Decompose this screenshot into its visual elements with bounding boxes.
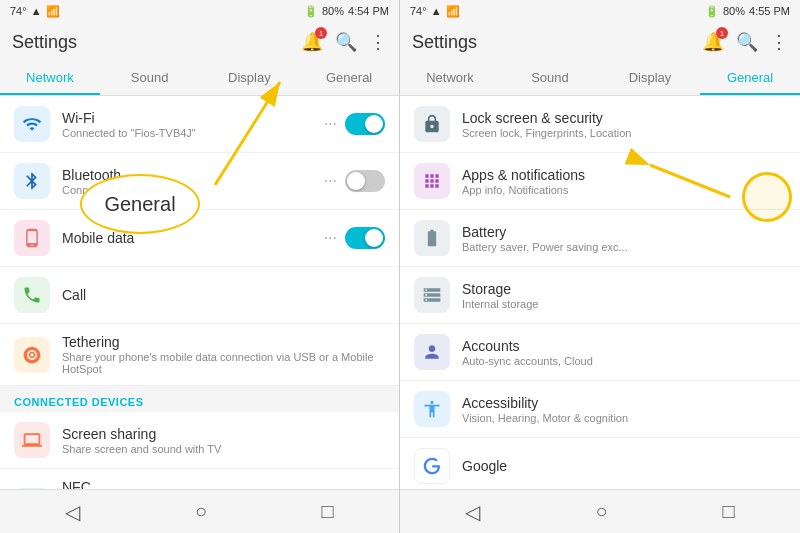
time-left: 4:54 PM (348, 5, 389, 17)
notification-badge-left: 1 (315, 27, 327, 39)
content-right: Lock screen & security Screen lock, Fing… (400, 96, 800, 489)
lock-text: Lock screen & security Screen lock, Fing… (462, 110, 786, 139)
list-item[interactable]: NFC Allow sending and receiving data, su… (0, 469, 399, 489)
list-item[interactable]: Lock screen & security Screen lock, Fing… (400, 96, 800, 153)
list-item[interactable]: Accounts Auto-sync accounts, Cloud (400, 324, 800, 381)
wifi-dots[interactable]: ··· (324, 115, 337, 133)
more-icon-right[interactable]: ⋮ (770, 31, 788, 53)
section-header-connected: CONNECTED DEVICES (0, 386, 399, 412)
accounts-icon (414, 334, 450, 370)
call-title: Call (62, 287, 385, 303)
app-bar-right: Settings 🔔 1 🔍 ⋮ (400, 22, 800, 62)
accessibility-icon (414, 391, 450, 427)
list-item[interactable]: Wi-Fi Connected to "Fios-TVB4J" ··· (0, 96, 399, 153)
home-button-left[interactable]: ○ (195, 500, 207, 523)
battery-icon-left: 🔋 (304, 5, 318, 18)
more-icon-left[interactable]: ⋮ (369, 31, 387, 53)
list-item[interactable]: Call (0, 267, 399, 324)
apps-text: Apps & notifications App info, Notificat… (462, 167, 786, 196)
accessibility-subtitle: Vision, Hearing, Motor & cognition (462, 412, 786, 424)
notification-badge-right: 1 (716, 27, 728, 39)
wifi-subtitle: Connected to "Fios-TVB4J" (62, 127, 312, 139)
accounts-title: Accounts (462, 338, 786, 354)
wifi-title: Wi-Fi (62, 110, 312, 126)
nav-bar-right: ◁ ○ □ (400, 489, 800, 533)
bluetooth-toggle[interactable] (345, 170, 385, 192)
tab-general-left[interactable]: General (299, 62, 399, 95)
screen-sharing-text: Screen sharing Share screen and sound wi… (62, 426, 385, 455)
bluetooth-title: Bluetooth (62, 167, 312, 183)
search-icon-right[interactable]: 🔍 (736, 31, 758, 53)
recent-button-right[interactable]: □ (722, 500, 734, 523)
storage-subtitle: Internal storage (462, 298, 786, 310)
google-icon (414, 448, 450, 484)
nav-bar-left: ◁ ○ □ (0, 489, 399, 533)
temp-left: 74° (10, 5, 27, 17)
tab-display-left[interactable]: Display (200, 62, 300, 95)
tab-network-left[interactable]: Network (0, 62, 100, 95)
recent-button-left[interactable]: □ (322, 500, 334, 523)
tethering-subtitle: Share your phone's mobile data connectio… (62, 351, 385, 375)
list-item[interactable]: Battery Battery saver, Power saving exc.… (400, 210, 800, 267)
battery-right: 80% (723, 5, 745, 17)
tab-sound-right[interactable]: Sound (500, 62, 600, 95)
list-item[interactable]: Apps & notifications App info, Notificat… (400, 153, 800, 210)
apps-title: Apps & notifications (462, 167, 786, 183)
wifi-icon-right: 📶 (446, 5, 460, 18)
lock-subtitle: Screen lock, Fingerprints, Location (462, 127, 786, 139)
lock-title: Lock screen & security (462, 110, 786, 126)
mobile-text: Mobile data (62, 230, 312, 246)
mobile-toggle[interactable] (345, 227, 385, 249)
wifi-status-icon: 📶 (46, 5, 60, 18)
list-item[interactable]: Mobile data ··· (0, 210, 399, 267)
app-title-right: Settings (412, 32, 477, 53)
wifi-icon (14, 106, 50, 142)
bluetooth-icon (14, 163, 50, 199)
notification-icon-left[interactable]: 🔔 1 (301, 31, 323, 53)
wifi-toggle[interactable] (345, 113, 385, 135)
back-button-left[interactable]: ◁ (65, 500, 80, 524)
battery-icon-right: 🔋 (705, 5, 719, 18)
status-bar-left: 74° ▲ 📶 🔋 80% 4:54 PM (0, 0, 399, 22)
search-icon-left[interactable]: 🔍 (335, 31, 357, 53)
tab-network-right[interactable]: Network (400, 62, 500, 95)
tabs-right: Network Sound Display General (400, 62, 800, 96)
lock-icon (414, 106, 450, 142)
storage-icon (414, 277, 450, 313)
tab-display-right[interactable]: Display (600, 62, 700, 95)
back-button-right[interactable]: ◁ (465, 500, 480, 524)
google-text: Google (462, 458, 786, 474)
signal-icon-right: ▲ (431, 5, 442, 17)
battery-setting-subtitle: Battery saver, Power saving exc... (462, 241, 786, 253)
mobile-data-icon (14, 220, 50, 256)
list-item[interactable]: Screen sharing Share screen and sound wi… (0, 412, 399, 469)
tab-sound-left[interactable]: Sound (100, 62, 200, 95)
accounts-subtitle: Auto-sync accounts, Cloud (462, 355, 786, 367)
bluetooth-dots[interactable]: ··· (324, 172, 337, 190)
notification-icon-right[interactable]: 🔔 1 (702, 31, 724, 53)
accessibility-title: Accessibility (462, 395, 786, 411)
app-title-left: Settings (12, 32, 77, 53)
list-item[interactable]: Tethering Share your phone's mobile data… (0, 324, 399, 386)
call-text: Call (62, 287, 385, 303)
tab-general-right[interactable]: General (700, 62, 800, 95)
time-right: 4:55 PM (749, 5, 790, 17)
home-button-right[interactable]: ○ (595, 500, 607, 523)
battery-setting-title: Battery (462, 224, 786, 240)
accounts-text: Accounts Auto-sync accounts, Cloud (462, 338, 786, 367)
content-left: Wi-Fi Connected to "Fios-TVB4J" ··· Blue… (0, 96, 399, 489)
temp-right: 74° (410, 5, 427, 17)
battery-left: 80% (322, 5, 344, 17)
nfc-text: NFC Allow sending and receiving data, su… (62, 479, 312, 489)
list-item[interactable]: Storage Internal storage (400, 267, 800, 324)
battery-setting-icon (414, 220, 450, 256)
accessibility-text: Accessibility Vision, Hearing, Motor & c… (462, 395, 786, 424)
battery-setting-text: Battery Battery saver, Power saving exc.… (462, 224, 786, 253)
screen-sharing-title: Screen sharing (62, 426, 385, 442)
apps-icon (414, 163, 450, 199)
list-item[interactable]: Google (400, 438, 800, 489)
list-item[interactable]: Accessibility Vision, Hearing, Motor & c… (400, 381, 800, 438)
tabs-left: Network Sound Display General (0, 62, 399, 96)
nfc-title: NFC (62, 479, 312, 489)
mobile-dots[interactable]: ··· (324, 229, 337, 247)
